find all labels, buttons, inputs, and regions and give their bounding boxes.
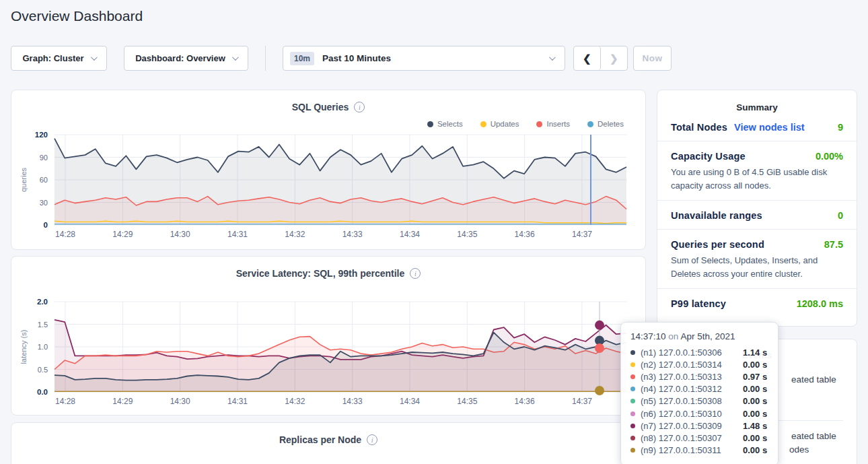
svg-text:14:32: 14:32 <box>285 230 305 239</box>
node-address: (n4) 127.0.0.1:50312 <box>641 384 743 394</box>
info-icon[interactable]: i <box>367 434 377 445</box>
time-range-dropdown[interactable]: 10m Past 10 Minutes <box>283 46 565 71</box>
svg-text:1.0: 1.0 <box>38 343 48 351</box>
node-address: (n8) 127.0.0.1:50307 <box>641 433 743 443</box>
total-nodes-value: 9 <box>838 122 843 133</box>
deletes-dot-icon <box>587 121 593 127</box>
now-button[interactable]: Now <box>633 46 672 71</box>
page-title: Overview Dashboard <box>11 8 143 24</box>
svg-text:30: 30 <box>40 199 48 207</box>
node-address: (n3) 127.0.0.1:50313 <box>641 372 743 382</box>
node-latency-value: 0.00 s <box>743 360 767 370</box>
node-address: (n9) 127.0.0.1:50311 <box>641 445 743 455</box>
chevron-down-icon <box>90 54 97 61</box>
time-next-button[interactable]: ❯ <box>601 46 628 70</box>
qps-value: 87.5 <box>824 239 843 250</box>
svg-text:14:34: 14:34 <box>400 230 420 239</box>
sql-queries-panel: SQL Queries i Selects Updates Inserts De… <box>11 90 646 250</box>
summary-capacity: Capacity Usage 0.00% You are using 0 B o… <box>657 141 857 201</box>
chart-hover-tooltip: 14:37:10 on Apr 5th, 2021 (n1) 127.0.0.1… <box>620 322 779 464</box>
legend-item-updates[interactable]: Updates <box>480 120 519 128</box>
svg-text:14:30: 14:30 <box>170 397 190 406</box>
summary-p99-latency: P99 latency 1208.0 ms <box>657 289 857 317</box>
summary-unavailable-ranges: Unavailable ranges 0 <box>657 201 857 230</box>
p99-latency-label: P99 latency <box>671 298 726 309</box>
svg-text:14:33: 14:33 <box>342 397 363 406</box>
dashboard-dropdown[interactable]: Dashboard: Overview <box>124 46 248 71</box>
svg-text:0.5: 0.5 <box>38 366 48 374</box>
node-latency-value: 0.00 s <box>743 409 767 419</box>
legend-item-inserts[interactable]: Inserts <box>536 120 570 128</box>
tooltip-timestamp: 14:37:10 on Apr 5th, 2021 <box>630 331 768 341</box>
node-dot-icon <box>630 387 635 391</box>
legend-item-selects[interactable]: Selects <box>427 120 463 128</box>
service-latency-title: Service Latency: SQL, 99th percentile <box>236 268 405 279</box>
node-latency-value: 1.14 s <box>743 347 767 358</box>
tooltip-rows: (n1) 127.0.0.1:503061.14 s(n2) 127.0.0.1… <box>630 346 768 457</box>
svg-text:14:29: 14:29 <box>112 397 133 406</box>
node-dot-icon <box>630 374 635 379</box>
tooltip-row: (n1) 127.0.0.1:503061.14 s <box>630 346 768 358</box>
graph-dropdown[interactable]: Graph: Cluster <box>11 46 107 71</box>
node-dot-icon <box>630 436 635 440</box>
unavailable-ranges-label: Unavailable ranges <box>671 210 762 221</box>
view-nodes-list-link[interactable]: View nodes list <box>734 122 805 133</box>
service-latency-panel: Service Latency: SQL, 99th percentile i … <box>11 256 646 416</box>
info-icon[interactable]: i <box>354 102 365 112</box>
time-step-buttons: ❮ ❯ <box>573 46 628 71</box>
capacity-description: You are using 0 B of 4.5 GiB usable disk… <box>671 166 840 192</box>
svg-text:14:35: 14:35 <box>457 230 477 239</box>
svg-text:14:34: 14:34 <box>400 397 420 406</box>
node-dot-icon <box>630 350 635 355</box>
capacity-value: 0.00% <box>816 151 843 162</box>
svg-text:14:30: 14:30 <box>170 230 190 239</box>
summary-queries-per-second: Queries per second 87.5 Sum of Selects, … <box>657 230 857 289</box>
svg-text:queries: queries <box>20 167 28 192</box>
svg-text:1.5: 1.5 <box>38 321 48 329</box>
summary-total-nodes: Total Nodes View nodes list 9 <box>657 112 857 141</box>
node-address: (n1) 127.0.0.1:50306 <box>641 347 743 358</box>
event-item-fragment: odes <box>789 444 809 455</box>
tooltip-row: (n5) 127.0.0.1:503080.00 s <box>630 395 768 407</box>
tooltip-row: (n6) 127.0.0.1:503100.00 s <box>630 407 768 420</box>
node-dot-icon <box>630 399 635 403</box>
node-dot-icon <box>630 362 635 367</box>
svg-text:14:28: 14:28 <box>55 397 75 406</box>
node-latency-value: 0.00 s <box>743 384 767 394</box>
sql-queries-title: SQL Queries <box>292 102 349 112</box>
svg-text:14:31: 14:31 <box>227 230 248 239</box>
node-latency-value: 0.00 s <box>743 396 767 406</box>
tooltip-row: (n4) 127.0.0.1:503120.00 s <box>630 383 768 395</box>
service-latency-chart[interactable]: 14:2814:2914:3014:3114:3214:3314:3414:35… <box>11 298 647 412</box>
info-icon[interactable]: i <box>410 268 421 279</box>
node-address: (n5) 127.0.0.1:50308 <box>641 396 743 406</box>
replicas-per-node-panel: Replicas per Node i <box>11 422 646 464</box>
node-latency-value: 0.00 s <box>743 445 767 455</box>
controls-bar: Graph: Cluster Dashboard: Overview 10m P… <box>0 46 868 71</box>
tooltip-row: (n9) 127.0.0.1:503110.00 s <box>630 444 768 457</box>
svg-text:2.0: 2.0 <box>37 298 48 306</box>
capacity-label: Capacity Usage <box>671 151 746 162</box>
time-prev-button[interactable]: ❮ <box>574 46 601 70</box>
tooltip-row: (n7) 127.0.0.1:503091.48 s <box>630 420 768 432</box>
time-range-badge: 10m <box>290 52 314 65</box>
svg-text:0: 0 <box>44 221 48 229</box>
svg-text:14:32: 14:32 <box>285 397 305 406</box>
qps-description: Sum of Selects, Updates, Inserts, and De… <box>671 254 840 280</box>
replicas-per-node-title: Replicas per Node <box>279 434 361 445</box>
total-nodes-label: Total Nodes <box>671 122 727 133</box>
node-dot-icon <box>630 411 635 416</box>
legend-item-deletes[interactable]: Deletes <box>587 120 624 128</box>
chevron-down-icon <box>232 54 239 61</box>
svg-text:60: 60 <box>40 176 48 184</box>
node-dot-icon <box>630 424 635 428</box>
svg-text:14:35: 14:35 <box>457 397 477 406</box>
node-dot-icon <box>630 448 635 453</box>
summary-heading: Summary <box>657 102 857 112</box>
node-address: (n2) 127.0.0.1:50314 <box>641 360 743 370</box>
graph-dropdown-label: Graph: Cluster <box>22 53 83 63</box>
sql-queries-chart[interactable]: 14:2814:2914:3014:3114:3214:3314:3414:35… <box>11 131 647 245</box>
svg-text:90: 90 <box>40 154 48 162</box>
qps-label: Queries per second <box>671 239 764 250</box>
svg-text:14:31: 14:31 <box>227 397 248 406</box>
